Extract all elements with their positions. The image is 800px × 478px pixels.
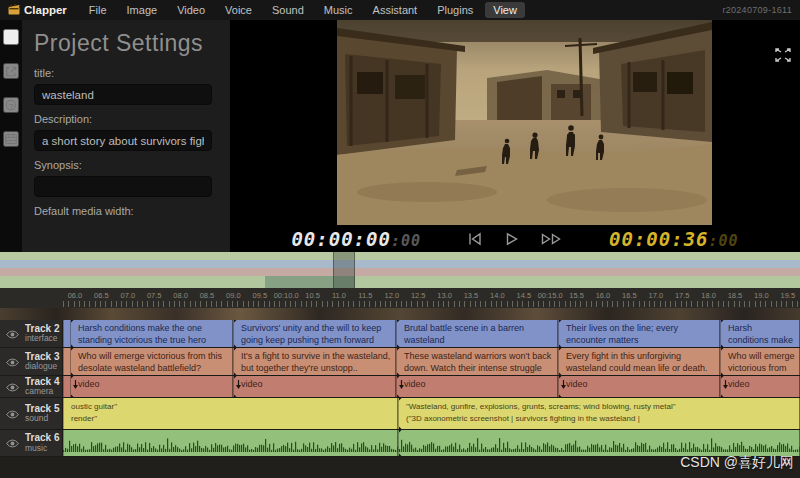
skip-to-start-button[interactable] bbox=[467, 232, 483, 246]
video-frames-icon[interactable] bbox=[3, 131, 19, 147]
track-header-interface[interactable]: Track 2interface bbox=[0, 320, 63, 347]
segment-handle[interactable] bbox=[233, 344, 237, 347]
segment-text: Harsh conditions make the one standing v… bbox=[78, 323, 228, 346]
segment-handle[interactable] bbox=[396, 394, 400, 397]
segment-handle[interactable] bbox=[233, 320, 237, 323]
menu-item-image[interactable]: Image bbox=[119, 2, 166, 18]
ruler-ticks bbox=[63, 301, 800, 307]
dialogue-segment[interactable]: It's a fight to survive in the wasteland… bbox=[233, 348, 396, 375]
track-header-camera[interactable]: Track 4camera bbox=[0, 376, 63, 397]
segment-handle[interactable] bbox=[233, 348, 237, 351]
visibility-eye-icon[interactable] bbox=[6, 353, 19, 371]
timeline-minimap[interactable] bbox=[0, 252, 800, 288]
segment-handle[interactable] bbox=[70, 348, 74, 351]
dialogue-segment[interactable]: Who will emerge victorious from this des… bbox=[720, 348, 800, 375]
play-button[interactable] bbox=[505, 232, 519, 246]
interface-segment[interactable]: Harsh conditions make the one standing v… bbox=[720, 320, 800, 347]
track-lane-dialogue: Who will emerge victorious from this des… bbox=[63, 348, 800, 375]
ruler-label: 07.0 bbox=[120, 291, 135, 300]
interface-segment[interactable]: Survivors' unity and the will to keep go… bbox=[233, 320, 396, 347]
segment-handle[interactable] bbox=[70, 372, 74, 375]
visibility-eye-icon[interactable] bbox=[6, 378, 19, 396]
menu-item-music[interactable]: Music bbox=[316, 2, 361, 18]
segment-handle[interactable] bbox=[396, 344, 400, 347]
track-header-sound[interactable]: Track 5sound bbox=[0, 398, 63, 429]
ruler-label: 18.0 bbox=[701, 291, 716, 300]
segment-text: Their lives on the line; every encounter… bbox=[566, 323, 715, 346]
fast-forward-button[interactable] bbox=[541, 232, 563, 246]
camera-segment[interactable]: video bbox=[396, 376, 558, 397]
dialogue-segment[interactable]: These wasteland warriors won't back down… bbox=[396, 348, 558, 375]
ruler-label: 00:10.0 bbox=[274, 291, 299, 300]
segment-handle[interactable] bbox=[398, 398, 402, 401]
visibility-eye-icon[interactable] bbox=[6, 405, 19, 423]
segment-handle[interactable] bbox=[558, 320, 562, 323]
ruler-label: 07.5 bbox=[147, 291, 162, 300]
timeline-ruler[interactable]: 06.006.507.007.508.008.509.009.500:10.01… bbox=[0, 288, 800, 308]
interaction-icon[interactable] bbox=[3, 97, 19, 113]
camera-segment[interactable]: video bbox=[558, 376, 720, 397]
menu-item-voice[interactable]: Voice bbox=[217, 2, 260, 18]
segment-handle[interactable] bbox=[720, 348, 724, 351]
menu-item-assistant[interactable]: Assistant bbox=[365, 2, 426, 18]
segment-handle[interactable] bbox=[233, 372, 237, 375]
camera-segment[interactable]: video bbox=[233, 376, 396, 397]
left-icon-rail bbox=[0, 20, 22, 252]
segment-handle[interactable] bbox=[233, 394, 237, 397]
title-input[interactable] bbox=[34, 84, 212, 105]
segment-start-marker bbox=[560, 376, 567, 386]
menu-item-plugins[interactable]: Plugins bbox=[429, 2, 481, 18]
video-frame[interactable] bbox=[337, 20, 712, 225]
segment-handle[interactable] bbox=[70, 320, 74, 323]
synopsis-input[interactable] bbox=[34, 176, 212, 197]
sound-segment[interactable]: oustic guitar"render" bbox=[63, 398, 398, 429]
minimap-viewport[interactable] bbox=[333, 252, 355, 288]
ruler-label: 17.0 bbox=[648, 291, 663, 300]
track-lane-interface: Harsh conditions make the one standing v… bbox=[63, 320, 800, 347]
segment-handle[interactable] bbox=[396, 372, 400, 375]
visibility-eye-icon[interactable] bbox=[6, 325, 19, 343]
description-input[interactable] bbox=[34, 130, 212, 151]
menu-item-file[interactable]: File bbox=[81, 2, 115, 18]
menu-item-sound[interactable]: Sound bbox=[264, 2, 312, 18]
menu-items: FileImageVideoVoiceSoundMusicAssistantPl… bbox=[81, 2, 525, 18]
segment-handle[interactable] bbox=[558, 394, 562, 397]
interface-segment[interactable]: Their lives on the line; every encounter… bbox=[558, 320, 720, 347]
workspace: Project Settings title:Description:Synop… bbox=[0, 20, 800, 252]
track-header-music[interactable]: Track 6music bbox=[0, 430, 63, 456]
fullscreen-icon[interactable] bbox=[774, 48, 792, 64]
interface-segment[interactable]: Brutal battle scene in a barren wastelan… bbox=[396, 320, 558, 347]
segment-handle[interactable] bbox=[70, 394, 74, 397]
menu-item-video[interactable]: Video bbox=[169, 2, 213, 18]
segment-text: video bbox=[78, 379, 228, 391]
camera-segment[interactable]: video bbox=[70, 376, 233, 397]
dialogue-segment[interactable]: Every fight in this unforgiving wastelan… bbox=[558, 348, 720, 375]
watermark: CSDN @喜好儿网 bbox=[680, 454, 794, 472]
segment-handle[interactable] bbox=[558, 344, 562, 347]
segment-handle[interactable] bbox=[396, 320, 400, 323]
visibility-eye-icon[interactable] bbox=[6, 434, 19, 452]
ruler-label: 09.0 bbox=[226, 291, 241, 300]
track-rows: Harsh conditions make the one standing v… bbox=[0, 320, 800, 457]
segment-handle[interactable] bbox=[396, 348, 400, 351]
segment-handle[interactable] bbox=[558, 372, 562, 375]
segment-handle[interactable] bbox=[558, 348, 562, 351]
segment-handle[interactable] bbox=[398, 430, 402, 433]
segment-handle[interactable] bbox=[70, 344, 74, 347]
menu-item-view[interactable]: View bbox=[485, 2, 525, 18]
camera-segment[interactable]: video bbox=[720, 376, 800, 397]
ruler-label: 08.5 bbox=[200, 291, 215, 300]
interface-segment[interactable]: Harsh conditions make the one standing v… bbox=[70, 320, 233, 347]
segment-handle[interactable] bbox=[720, 320, 724, 323]
segment-handle[interactable] bbox=[720, 394, 724, 397]
segment-handle[interactable] bbox=[720, 344, 724, 347]
segment-handle[interactable] bbox=[398, 426, 402, 429]
share-export-icon[interactable] bbox=[3, 63, 19, 79]
segment-handle[interactable] bbox=[720, 372, 724, 375]
sound-segment[interactable]: "Wasteland, gunfire, explosions, grunts,… bbox=[398, 398, 800, 429]
storyboard-filmstrip[interactable] bbox=[0, 308, 800, 320]
project-settings-icon[interactable] bbox=[3, 29, 19, 45]
dialogue-segment[interactable]: Who will emerge victorious from this des… bbox=[70, 348, 233, 375]
app-logo[interactable]: Clapper bbox=[8, 4, 67, 17]
track-header-dialogue[interactable]: Track 3dialogue bbox=[0, 348, 63, 375]
